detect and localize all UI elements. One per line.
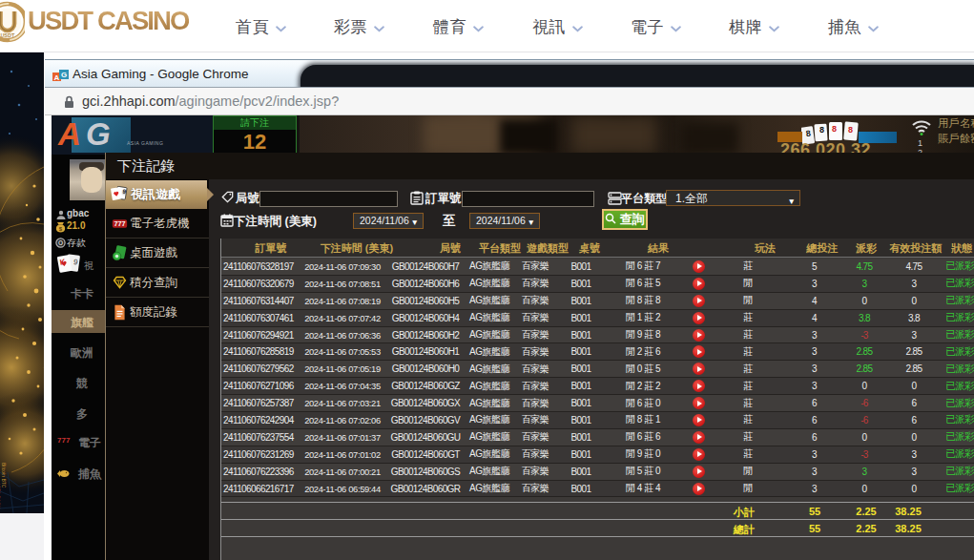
svg-text:8: 8 — [848, 125, 853, 135]
svg-text:O: O — [58, 239, 63, 246]
svg-text:USDT: USDT — [0, 32, 14, 38]
svg-text:A: A — [54, 73, 60, 82]
svg-text:IOTA DASH: IOTA DASH — [0, 484, 1, 509]
svg-text:G: G — [61, 71, 67, 79]
svg-text:777: 777 — [114, 219, 125, 228]
svg-text:8: 8 — [819, 125, 824, 135]
svg-text:8: 8 — [832, 124, 837, 134]
